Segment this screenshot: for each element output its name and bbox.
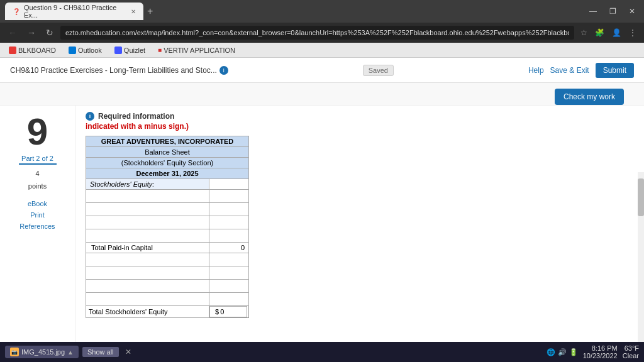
taskbar: 📷 IMG_4515.jpg ▲ Show all ✕ 🌐 🔊 🔋 8:16 P… (0, 342, 644, 362)
browser-tab[interactable]: ❓ Question 9 - CH9&10 Practice Ex... ✕ (5, 3, 143, 20)
blkboard-icon (9, 47, 16, 54)
date-header: December 31, 2025 (86, 168, 249, 179)
quizlet-label: Quizlet (124, 47, 145, 54)
close-file-button[interactable]: ✕ (125, 348, 131, 356)
menu-icon[interactable]: ⋮ (626, 27, 639, 38)
help-button[interactable]: Help (528, 66, 544, 75)
input-row-5-amount[interactable] (209, 253, 249, 266)
app-header: CH9&10 Practice Exercises - Long-Term Li… (0, 58, 644, 83)
input-row-3-amount[interactable] (209, 216, 249, 229)
taskbar-file-item[interactable]: 📷 IMG_4515.jpg ▲ (5, 346, 79, 358)
vertiv-label: VERTIV APPLICATION (164, 47, 235, 54)
scrollbar-thumb[interactable] (638, 178, 644, 216)
weather-condition: Clear (623, 352, 639, 359)
part-underline (19, 163, 57, 165)
input-row-7-label[interactable] (86, 280, 209, 293)
app-title-area: CH9&10 Practice Exercises - Long-Term Li… (10, 66, 228, 75)
save-exit-button[interactable]: Save & Exit (550, 66, 589, 75)
back-button[interactable]: ← (5, 26, 20, 39)
temperature: 63°F (623, 344, 639, 352)
minimize-button[interactable]: — (586, 6, 601, 17)
submit-button[interactable]: Submit (596, 63, 634, 78)
extension-icon[interactable]: 🧩 (592, 27, 607, 38)
profile-icon[interactable]: 👤 (609, 27, 624, 38)
clock-display: 8:16 PM 10/23/2022 (583, 344, 618, 359)
input-row-4-amount[interactable] (209, 229, 249, 243)
total-stockholders-equity-label: Total Stockholders' Equity (86, 306, 209, 318)
input-row-2-label[interactable] (86, 203, 209, 216)
input-row-2-amount[interactable] (209, 203, 249, 216)
time: 8:16 PM (583, 344, 618, 352)
input-row-1-amount[interactable] (209, 190, 249, 203)
references-link[interactable]: References (19, 222, 55, 230)
points-value: 4 (28, 170, 47, 177)
bookmark-icon[interactable]: ☆ (578, 27, 590, 38)
input-row-5-label[interactable] (86, 253, 209, 266)
browser-chrome: ❓ Question 9 - CH9&10 Practice Ex... ✕ +… (0, 0, 644, 23)
total-stockholders-equity-value: $ 0 (209, 306, 247, 317)
taskbar-left: 📷 IMG_4515.jpg ▲ Show all ✕ (0, 346, 541, 358)
header-buttons: Help Save & Exit Submit (528, 63, 634, 78)
req-info-icon: i (86, 112, 94, 121)
sidebar: 9 Part 2 of 2 4 points eBook Print Refer… (0, 106, 75, 362)
network-icon: 🌐 (547, 348, 555, 356)
info-icon[interactable]: i (219, 66, 228, 75)
system-tray: 🌐 🔊 🔋 (547, 348, 578, 356)
quizlet-icon (114, 47, 122, 54)
bookmarks-bar: BLKBOARD Outlook Quizlet ■ VERTIV APPLIC… (0, 43, 644, 58)
question-number: 9 (27, 113, 48, 151)
show-all-button[interactable]: Show all (82, 347, 119, 357)
blkboard-label: BLKBOARD (18, 47, 56, 54)
content-area: i Required information indicated with a … (75, 106, 644, 362)
input-row-4-label[interactable] (86, 229, 209, 243)
window-controls: — ❐ ✕ (586, 6, 639, 17)
total-paid-in-label: Total Paid-in Capital (86, 243, 209, 253)
table-title-header: Balance Sheet (86, 147, 249, 158)
restore-button[interactable]: ❐ (606, 6, 620, 17)
outlook-label: Outlook (78, 47, 102, 54)
vertiv-icon: ■ (158, 47, 162, 53)
forward-button[interactable]: → (24, 26, 39, 39)
app-title: CH9&10 Practice Exercises - Long-Term Li… (10, 66, 217, 75)
battery-icon: 🔋 (569, 348, 578, 356)
address-bar: ← → ↻ ☆ 🧩 👤 ⋮ (0, 23, 644, 43)
print-link[interactable]: Print (30, 211, 45, 219)
address-bar-icons: ☆ 🧩 👤 ⋮ (578, 27, 639, 38)
sidebar-links: eBook Print References (19, 200, 55, 230)
required-info-label: i Required information (86, 112, 634, 121)
dollar-sign: $ (214, 308, 219, 315)
close-button[interactable]: ✕ (625, 6, 639, 17)
stockholders-equity-amount (209, 179, 249, 190)
input-row-6-label[interactable] (86, 266, 209, 280)
section-header: (Stockholders' Equity Section) (86, 158, 249, 168)
date: 10/23/2022 (583, 352, 618, 359)
bookmark-blkboard[interactable]: BLKBOARD (5, 45, 60, 55)
stockholders-equity-label: Stockholders' Equity: (86, 179, 209, 190)
input-row-8-label[interactable] (86, 293, 209, 306)
weather-display: 63°F Clear (623, 344, 639, 359)
input-row-3-label[interactable] (86, 216, 209, 229)
input-row-6-amount[interactable] (209, 266, 249, 280)
main-content: 9 Part 2 of 2 4 points eBook Print Refer… (0, 106, 644, 362)
url-input[interactable] (60, 26, 574, 40)
new-tab-button[interactable]: + (147, 6, 153, 17)
input-row-7-amount[interactable] (209, 280, 249, 293)
part-indicator: Part 2 of 2 (21, 155, 53, 162)
input-row-1-label[interactable] (86, 190, 209, 203)
outlook-icon (69, 47, 76, 54)
bookmark-vertiv[interactable]: ■ VERTIV APPLICATION (154, 45, 239, 55)
bookmark-outlook[interactable]: Outlook (65, 45, 106, 55)
reload-button[interactable]: ↻ (43, 26, 57, 39)
file-thumbnail: 📷 (10, 348, 19, 356)
ebook-link[interactable]: eBook (28, 200, 47, 207)
balance-sheet-table: GREAT ADVENTURES, INCORPORATED Balance S… (86, 136, 249, 318)
taskbar-right: 🌐 🔊 🔋 8:16 PM 10/23/2022 63°F Clear (541, 344, 644, 359)
tab-title: Question 9 - CH9&10 Practice Ex... (24, 4, 125, 19)
tab-close-icon[interactable]: ✕ (131, 8, 136, 15)
scrollbar-track[interactable] (638, 172, 644, 342)
points-label: points (28, 182, 47, 190)
input-row-8-amount[interactable] (209, 293, 249, 306)
company-header: GREAT ADVENTURES, INCORPORATED (86, 136, 249, 147)
check-my-work-button[interactable]: Check my work (555, 89, 624, 105)
bookmark-quizlet[interactable]: Quizlet (111, 45, 149, 55)
